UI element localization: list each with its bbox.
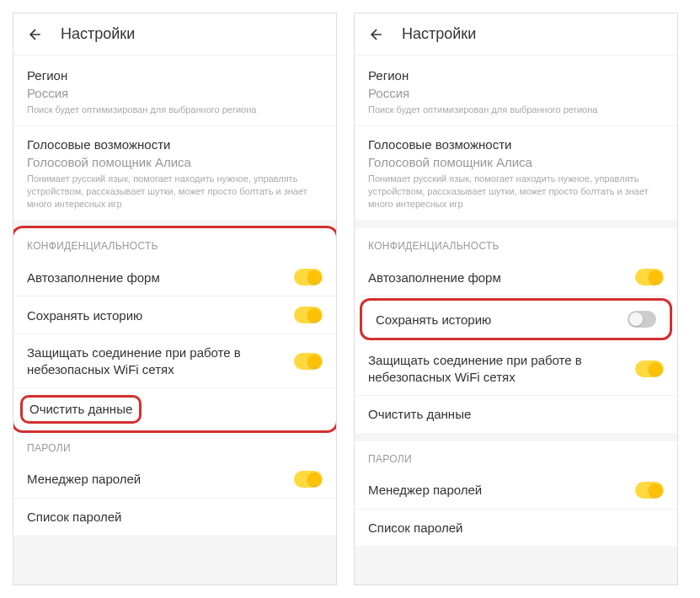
protect-wifi-toggle[interactable] (635, 360, 664, 377)
general-section: Регион Россия Поиск будет оптимизирован … (13, 56, 336, 220)
back-icon[interactable] (27, 26, 44, 43)
protect-wifi-label: Защищать соединение при работе в небезоп… (368, 352, 627, 385)
password-list-row[interactable]: Список паролей (13, 499, 336, 536)
settings-screen-left: Настройки Регион Россия Поиск будет опти… (13, 13, 337, 585)
region-desc: Поиск будет оптимизирован для выбранного… (368, 104, 664, 116)
page-title: Настройки (402, 25, 476, 43)
content: Регион Россия Поиск будет оптимизирован … (355, 56, 677, 585)
header: Настройки (13, 13, 336, 56)
password-manager-toggle[interactable] (294, 471, 323, 488)
autofill-row[interactable]: Автозаполнение форм (13, 259, 336, 296)
region-label: Регион (368, 67, 664, 84)
back-icon[interactable] (368, 26, 385, 43)
voice-desc: Понимает русский язык, помогает находить… (27, 173, 323, 211)
save-history-toggle[interactable] (294, 307, 323, 323)
privacy-header: КОНФИДЕНЦИАЛЬНОСТЬ (13, 228, 336, 259)
region-label: Регион (27, 67, 323, 84)
password-manager-label: Менеджер паролей (27, 471, 141, 488)
save-history-toggle-off[interactable] (628, 311, 656, 328)
content: Регион Россия Поиск будет оптимизирован … (13, 56, 336, 585)
voice-desc: Понимает русский язык, помогает находить… (368, 173, 664, 211)
passwords-header: ПАРОЛИ (355, 441, 677, 472)
save-history-row[interactable]: Сохранять историю (13, 296, 336, 334)
passwords-section: ПАРОЛИ Менеджер паролей Список паролей (355, 441, 677, 547)
clear-data-label-highlighted: Очистить данные (20, 395, 142, 424)
region-value: Россия (27, 86, 323, 100)
protect-wifi-label: Защищать соединение при работе в небезоп… (27, 344, 286, 377)
settings-screen-right: Настройки Регион Россия Поиск будет опти… (354, 13, 678, 585)
password-manager-label: Менеджер паролей (368, 482, 482, 499)
save-history-label: Сохранять историю (376, 312, 491, 328)
general-section: Регион Россия Поиск будет оптимизирован … (355, 56, 677, 220)
save-history-row-highlighted[interactable]: Сохранять историю (360, 298, 672, 340)
page-title: Настройки (61, 25, 135, 43)
voice-row[interactable]: Голосовые возможности Голосовой помощник… (355, 126, 677, 220)
protect-wifi-toggle[interactable] (294, 353, 323, 370)
password-manager-row[interactable]: Менеджер паролей (13, 461, 336, 499)
privacy-header: КОНФИДЕНЦИАЛЬНОСТЬ (355, 228, 677, 259)
passwords-header: ПАРОЛИ (13, 430, 336, 461)
autofill-label: Автозаполнение форм (368, 270, 501, 286)
autofill-label: Автозаполнение форм (27, 270, 160, 286)
password-manager-row[interactable]: Менеджер паролей (355, 472, 677, 510)
privacy-section-highlighted: КОНФИДЕНЦИАЛЬНОСТЬ Автозаполнение форм С… (13, 226, 336, 433)
region-value: Россия (368, 86, 664, 100)
password-list-label: Список паролей (27, 509, 121, 526)
passwords-section: ПАРОЛИ Менеджер паролей Список паролей (13, 430, 336, 536)
region-desc: Поиск будет оптимизирован для выбранного… (27, 104, 323, 116)
autofill-row[interactable]: Автозаполнение форм (355, 259, 677, 296)
autofill-toggle[interactable] (294, 269, 323, 286)
voice-value: Голосовой помощник Алиса (368, 155, 664, 169)
header: Настройки (355, 13, 677, 56)
password-list-label: Список паролей (368, 520, 462, 537)
voice-label: Голосовые возможности (27, 136, 323, 153)
protect-wifi-row[interactable]: Защищать соединение при работе в небезоп… (13, 334, 336, 388)
region-row[interactable]: Регион Россия Поиск будет оптимизирован … (13, 57, 336, 126)
password-manager-toggle[interactable] (635, 482, 664, 499)
voice-value: Голосовой помощник Алиса (27, 155, 323, 169)
clear-data-label: Очистить данные (368, 406, 471, 423)
clear-data-row[interactable]: Очистить данные (13, 388, 336, 430)
region-row[interactable]: Регион Россия Поиск будет оптимизирован … (355, 57, 677, 126)
protect-wifi-row[interactable]: Защищать соединение при работе в небезоп… (355, 342, 677, 396)
privacy-section: КОНФИДЕНЦИАЛЬНОСТЬ Автозаполнение форм С… (355, 228, 677, 433)
password-list-row[interactable]: Список паролей (355, 510, 677, 547)
voice-row[interactable]: Голосовые возможности Голосовой помощник… (13, 126, 336, 220)
voice-label: Голосовые возможности (368, 136, 664, 153)
autofill-toggle[interactable] (635, 269, 664, 286)
clear-data-row[interactable]: Очистить данные (355, 396, 677, 433)
save-history-label: Сохранять историю (27, 307, 142, 324)
